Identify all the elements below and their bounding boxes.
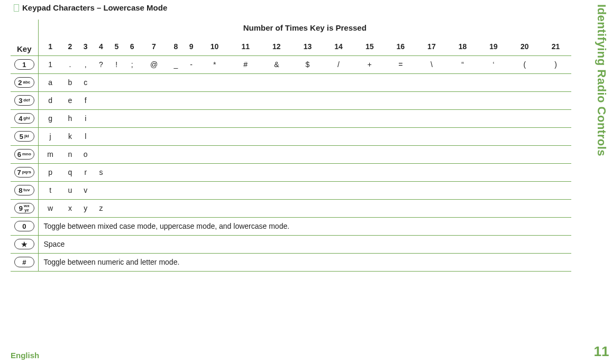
cell: !	[109, 55, 124, 73]
cell: /	[323, 55, 354, 73]
cell: f	[78, 91, 93, 109]
cell: )	[540, 55, 571, 73]
note-0: Toggle between mixed case mode, uppercas…	[38, 217, 571, 235]
cell: g	[38, 109, 62, 127]
keypad-0-icon: 0	[14, 221, 34, 231]
keypad-1-icon: 1	[14, 59, 34, 70]
cell: c	[78, 73, 93, 91]
cell: w	[38, 199, 62, 217]
col-h: 2	[62, 38, 78, 55]
cell: ;	[124, 55, 140, 73]
keypad-3-icon: 3def	[14, 95, 34, 106]
table-row: 6mno mno	[11, 145, 571, 163]
col-h: 12	[261, 38, 293, 55]
cell: s	[93, 163, 108, 181]
col-h: 14	[323, 38, 354, 55]
press-count-header-row: 1 2 3 4 5 6 7 8 9 10 11 12 13 14 15 16 1…	[11, 38, 571, 55]
side-section-label: Identifying Radio Controls	[595, 4, 608, 156]
col-h: 17	[416, 38, 447, 55]
cell: y	[78, 199, 93, 217]
cell: &	[261, 55, 293, 73]
cell: -	[184, 55, 199, 73]
cell: u	[62, 181, 78, 199]
col-h: 4	[93, 38, 108, 55]
cell: _	[168, 55, 184, 73]
note-hash: Toggle between numeric and letter mode.	[38, 253, 571, 271]
cell: h	[62, 109, 78, 127]
cell: v	[78, 181, 93, 199]
keypad-4-icon: 4ghi	[14, 113, 34, 124]
cell: 1	[38, 55, 62, 73]
cell: ‘	[478, 55, 509, 73]
cell: =	[385, 55, 416, 73]
cell: “	[447, 55, 478, 73]
cell: n	[62, 145, 78, 163]
cell: +	[354, 55, 385, 73]
keypad-table: Key Number of Times Key is Pressed 1 2 3…	[11, 20, 571, 272]
table-row: 0 Toggle between mixed case mode, upperc…	[11, 217, 571, 235]
section-title-text: Keypad Characters – Lowercase Mode	[22, 3, 167, 12]
keypad-8-icon: 8tuv	[14, 185, 34, 195]
keypad-hash-icon: #	[14, 257, 34, 267]
cell: @	[140, 55, 168, 73]
col-h: 16	[385, 38, 416, 55]
language-label: English	[11, 351, 39, 360]
section-title: Keypad Characters – Lowercase Mode	[14, 3, 591, 12]
cell: m	[38, 145, 62, 163]
table-row: 9wxyz wxyz	[11, 199, 571, 217]
keypad-5-icon: 5jkl	[14, 131, 34, 142]
key-header: Key	[17, 44, 32, 53]
cell: *	[199, 55, 230, 73]
cell: $	[292, 55, 323, 73]
table-row: 4ghi ghi	[11, 109, 571, 127]
note-star: Space	[38, 235, 571, 253]
table-row: 8tuv tuv	[11, 181, 571, 199]
cell: z	[93, 199, 108, 217]
cell: ,	[78, 55, 93, 73]
cell: #	[230, 55, 261, 73]
page-number: 11	[594, 343, 609, 360]
cell: p	[38, 163, 62, 181]
table-row: ★ Space	[11, 235, 571, 253]
cell: r	[78, 163, 93, 181]
keypad-star-icon: ★	[14, 239, 34, 249]
cell: b	[62, 73, 78, 91]
keypad-6-icon: 6mno	[14, 149, 34, 160]
table-row: 2abc abc	[11, 73, 571, 91]
col-h: 3	[78, 38, 93, 55]
cell: o	[78, 145, 93, 163]
cell: x	[62, 199, 78, 217]
col-h: 7	[140, 38, 168, 55]
col-h: 5	[109, 38, 124, 55]
col-h: 19	[478, 38, 509, 55]
table-row: 3def def	[11, 91, 571, 109]
col-h: 20	[509, 38, 540, 55]
cell: .	[62, 55, 78, 73]
col-h: 9	[184, 38, 199, 55]
cell: (	[509, 55, 540, 73]
cell: l	[78, 127, 93, 145]
table-row: # Toggle between numeric and letter mode…	[11, 253, 571, 271]
cell: a	[38, 73, 62, 91]
cell: e	[62, 91, 78, 109]
col-h: 10	[199, 38, 230, 55]
super-header: Number of Times Key is Pressed	[38, 20, 571, 38]
table-row: 1 1.,?!;@_-*#&$/+=\“‘()	[11, 55, 571, 73]
title-marker-icon	[14, 4, 19, 12]
cell: ?	[93, 55, 108, 73]
col-h: 18	[447, 38, 478, 55]
col-h: 6	[124, 38, 140, 55]
keypad-9-icon: 9wxyz	[14, 203, 34, 213]
col-h: 8	[168, 38, 184, 55]
keypad-7-icon: 7pqrs	[14, 167, 34, 178]
col-h: 21	[540, 38, 571, 55]
cell: d	[38, 91, 62, 109]
col-h: 15	[354, 38, 385, 55]
table-row: 5jkl jkl	[11, 127, 571, 145]
table-row: 7pqrs pqrs	[11, 163, 571, 181]
cell: i	[78, 109, 93, 127]
cell: q	[62, 163, 78, 181]
col-h: 11	[230, 38, 261, 55]
cell: \	[416, 55, 447, 73]
cell: t	[38, 181, 62, 199]
